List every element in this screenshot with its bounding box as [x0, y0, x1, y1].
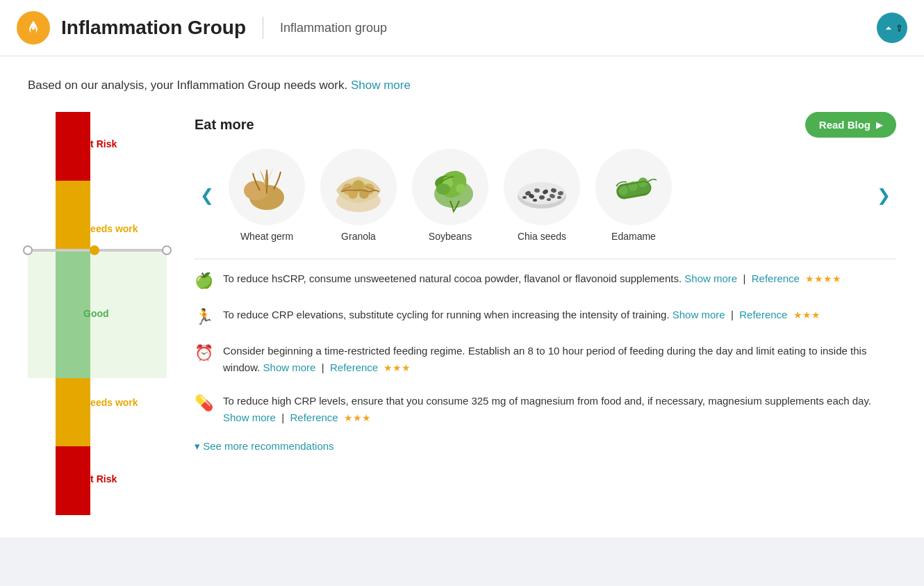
rec-icon-4: 💊 [195, 394, 213, 412]
food-image-wheat-germ [229, 149, 305, 225]
section-divider [195, 259, 896, 259]
edamame-image [602, 156, 665, 218]
gauge-label-needs-work-bottom: Needs work [83, 397, 138, 408]
svg-point-28 [557, 196, 561, 199]
food-item-chia-seeds: Chia seeds [500, 149, 584, 242]
food-image-edamame [595, 149, 672, 225]
chevron-up-icon [882, 21, 896, 35]
food-label-soybeans: Soybeans [429, 231, 472, 242]
reference-link-4[interactable]: Reference [290, 412, 338, 423]
svg-point-13 [456, 184, 465, 193]
recommendation-1: 🍏 To reduce hsCRP, consume unsweetened n… [195, 270, 896, 290]
stars-4: ★★★ [344, 412, 371, 423]
rec-text-3: Consider beginning a time-restricted fee… [223, 343, 896, 376]
gauge-label-good: Good [83, 308, 109, 319]
recommendations-list: 🍏 To reduce hsCRP, consume unsweetened n… [195, 270, 896, 426]
food-image-soybeans [412, 149, 488, 225]
stars-1: ★★★★ [805, 273, 841, 284]
wheat-germ-image [236, 156, 298, 218]
flame-icon [25, 19, 42, 36]
gauge-label-at-risk-bottom: At Risk [83, 473, 117, 485]
show-more-link[interactable]: Show more [351, 79, 411, 92]
food-item-granola: Granola [317, 149, 400, 242]
header-divider [263, 17, 263, 39]
header-subtitle: Inflammation group [280, 21, 387, 35]
gauge-label-at-risk-top: At Risk [83, 138, 117, 149]
food-label-wheat-germ: Wheat germ [240, 231, 293, 242]
scroll-up-button[interactable]: ⇧ [877, 13, 907, 43]
rec-text-4: To reduce high CRP levels, ensure that y… [223, 393, 896, 426]
rec-text-1: To reduce hsCRP, consume unsweetened nat… [223, 270, 841, 287]
right-column: Eat more Read Blog ▶ ❮ [195, 112, 896, 515]
slider-dot-active [90, 245, 99, 255]
granola-image [327, 156, 390, 218]
reference-link-3[interactable]: Reference [330, 361, 378, 373]
food-label-edamame: Edamame [611, 231, 656, 242]
see-more-link[interactable]: ▾ See more recommendations [195, 440, 896, 453]
svg-point-27 [547, 198, 551, 201]
content-grid: At Risk Needs work Good Needs work At Ri… [28, 112, 896, 515]
recommendation-4: 💊 To reduce high CRP levels, ensure that… [195, 393, 896, 426]
food-image-chia-seeds [504, 149, 580, 225]
gauge-segment-needs-work-bottom [56, 378, 90, 447]
eat-more-title: Eat more [195, 117, 254, 133]
main-content: Based on our analysis, your Inflammation… [0, 56, 924, 537]
rec-icon-3: ⏰ [195, 344, 213, 362]
svg-point-26 [533, 199, 537, 202]
slider-dot-right [162, 245, 172, 255]
food-label-granola: Granola [341, 231, 376, 242]
food-carousel: ❮ [195, 149, 896, 242]
stars-3: ★★★ [383, 362, 411, 373]
gauge-segment-needs-work-top [56, 181, 90, 250]
svg-point-14 [436, 184, 450, 195]
page-title: Inflammation Group [61, 17, 246, 39]
food-items-list: Wheat germ [225, 149, 866, 242]
stars-2: ★★★ [793, 309, 820, 320]
read-blog-button[interactable]: Read Blog ▶ [805, 112, 896, 138]
eat-more-header: Eat more Read Blog ▶ [195, 112, 896, 138]
app-logo [17, 11, 50, 44]
show-more-link-2[interactable]: Show more [673, 309, 725, 320]
recommendation-3: ⏰ Consider beginning a time-restricted f… [195, 343, 896, 376]
read-blog-label: Read Blog [819, 119, 871, 131]
arrow-icon: ▶ [876, 120, 882, 130]
show-more-link-4[interactable]: Show more [223, 412, 276, 423]
reference-link-2[interactable]: Reference [739, 309, 787, 320]
food-label-chia-seeds: Chia seeds [518, 231, 566, 242]
svg-point-12 [452, 175, 462, 185]
slider-line [28, 249, 167, 252]
rec-text-2: To reduce CRP elevations, substitute cyc… [223, 307, 820, 323]
slider-track [28, 249, 167, 252]
svg-point-25 [522, 196, 527, 199]
reference-link-1[interactable]: Reference [752, 272, 800, 284]
food-item-wheat-germ: Wheat germ [225, 149, 308, 242]
page-header: Inflammation Group Inflammation group ⇧ [0, 0, 924, 56]
show-more-link-3[interactable]: Show more [263, 361, 316, 373]
slider-dot-left [23, 245, 33, 255]
carousel-prev-button[interactable]: ❮ [195, 183, 220, 208]
food-item-edamame: Edamame [592, 149, 675, 242]
chia-seeds-image [511, 156, 573, 218]
show-more-link-1[interactable]: Show more [684, 272, 737, 284]
gauge-column: At Risk Needs work Good Needs work At Ri… [28, 112, 167, 515]
rec-icon-1: 🍏 [195, 272, 213, 290]
carousel-next-button[interactable]: ❯ [871, 183, 896, 208]
rec-icon-2: 🏃 [195, 308, 213, 326]
analysis-text: Based on our analysis, your Inflammation… [28, 79, 896, 92]
recommendation-2: 🏃 To reduce CRP elevations, substitute c… [195, 307, 896, 326]
gauge-label-needs-work-top: Needs work [83, 223, 138, 234]
soybeans-image [419, 156, 481, 218]
food-image-granola [320, 149, 397, 225]
food-item-soybeans: Soybeans [409, 149, 492, 242]
